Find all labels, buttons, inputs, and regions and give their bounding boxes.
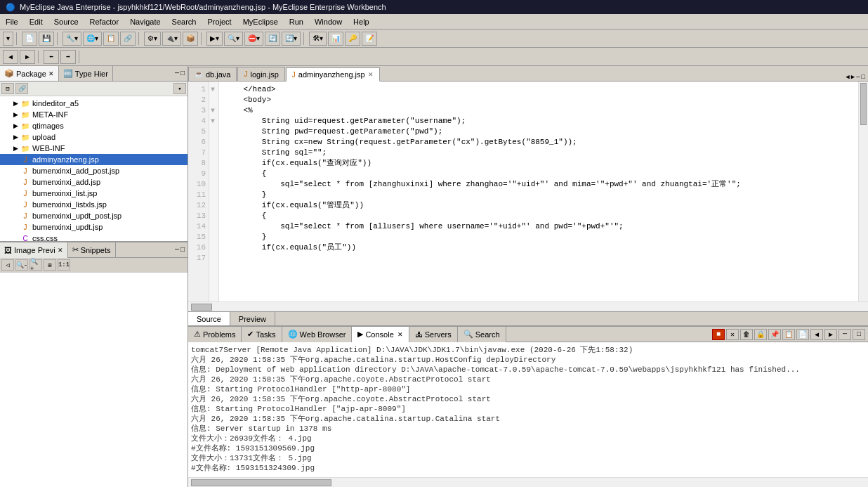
console-nav-1[interactable]: ◀: [810, 329, 823, 340]
tab-search[interactable]: 🔍 Search: [458, 327, 506, 342]
tree-item-meta-inf[interactable]: ▶ 📁 META-INF: [0, 109, 188, 120]
console-nav-2[interactable]: ▶: [824, 329, 837, 340]
tree-item-qtimages[interactable]: ▶ 📁 qtimages: [0, 120, 188, 131]
tree-item-bumenxinxi-list[interactable]: J bumenxinxi_list.jsp: [0, 188, 188, 199]
toolbar-btn-3[interactable]: 📋: [103, 32, 119, 46]
console-remove-btn[interactable]: ✕: [726, 329, 739, 340]
menu-item-edit[interactable]: Edit: [24, 16, 48, 27]
toolbar-dropdown-2[interactable]: 🔧▾: [63, 32, 81, 46]
img-zoom-out-btn[interactable]: 🔍-: [15, 259, 28, 271]
menu-item-myeclipse[interactable]: MyEclipse: [237, 16, 284, 27]
imgpanel-max[interactable]: □: [180, 246, 185, 254]
vertical-scrollbar[interactable]: [858, 82, 868, 301]
toolbar-dropdown-9[interactable]: 🔄▾: [282, 32, 301, 46]
line-numbers: 1234567891011121314151617: [188, 82, 209, 301]
tab-servers[interactable]: 🖧 Servers: [409, 327, 458, 342]
img-zoom-in-btn[interactable]: 🔍+: [29, 259, 42, 271]
tree-item-bumenxinxi-add[interactable]: J bumenxinxi_add.jsp: [0, 176, 188, 188]
menu-item-refactor[interactable]: Refactor: [84, 16, 125, 27]
imgpanel-min[interactable]: ─: [175, 246, 179, 254]
tree-item-web-inf[interactable]: ▶ 📁 WEB-INF: [0, 143, 188, 154]
source-tab[interactable]: Source: [188, 312, 230, 326]
tab-nav-left[interactable]: ◀: [846, 73, 849, 81]
img-prev-btn[interactable]: ◁: [1, 259, 14, 271]
tab-login-jsp[interactable]: J login.jsp: [237, 67, 284, 81]
tab-tasks[interactable]: ✔ Tasks: [242, 327, 282, 342]
code-editor[interactable]: 1234567891011121314151617 ▼ ▼▼ </head> <…: [188, 82, 868, 301]
menu-item-search[interactable]: Search: [166, 16, 202, 27]
menu-item-file[interactable]: File: [0, 16, 24, 27]
toolbar-dropdown-7[interactable]: 🔍▾: [224, 32, 243, 46]
tab-type-hier[interactable]: 🔤 Type Hier: [59, 66, 113, 81]
menu-item-run[interactable]: Run: [284, 16, 309, 27]
tab-problems[interactable]: ⚠ Problems: [188, 327, 242, 342]
console-max[interactable]: □: [853, 329, 865, 340]
img-fit-btn[interactable]: ⊞: [44, 259, 56, 271]
tree-item-bumenxinxi-updt-post[interactable]: J bumenxinxi_updt_post.jsp: [0, 210, 188, 221]
tree-item-kindeditor[interactable]: ▶ 📁 kindeditor_a5: [0, 98, 188, 109]
console-terminate-btn[interactable]: ■: [712, 329, 725, 340]
tree-label: bumenxinxi_updt.jsp: [32, 223, 103, 231]
tree-item-upload[interactable]: ▶ 📁 upload: [0, 131, 188, 143]
toolbar-dropdown-10[interactable]: 🛠▾: [309, 32, 327, 46]
toolbar-btn-7[interactable]: 📊: [328, 32, 343, 46]
toolbar-btn-6[interactable]: 🔄: [265, 32, 280, 46]
tab-image-previ[interactable]: 🖼 Image Previ ✕: [0, 242, 68, 258]
toolbar-dropdown-6[interactable]: ▶▾: [206, 32, 223, 46]
console-pin-btn[interactable]: 📌: [768, 329, 781, 340]
console-clear-btn[interactable]: 🗑: [740, 329, 753, 340]
tree-label: qtimages: [32, 122, 64, 130]
toolbar-btn-new[interactable]: 📄: [22, 32, 37, 46]
tree-item-bumenxinxi-listxls[interactable]: J bumenxinxi_listxls.jsp: [0, 199, 188, 210]
toolbar-btn-5[interactable]: 📦: [183, 32, 198, 46]
left-panel-max[interactable]: □: [180, 70, 185, 77]
toolbar-btn-prev[interactable]: ⬅: [44, 50, 59, 64]
console-scroll-lock-btn[interactable]: 🔒: [754, 329, 767, 340]
menu-item-help[interactable]: Help: [348, 16, 375, 27]
menu-item-navigate[interactable]: Navigate: [124, 16, 166, 27]
menu-item-project[interactable]: Project: [202, 16, 237, 27]
tree-menu-btn[interactable]: ▾: [173, 83, 186, 94]
menu-item-window[interactable]: Window: [309, 16, 348, 27]
toolbar-dropdown-4[interactable]: ⚙▾: [144, 32, 161, 46]
toolbar-btn-fwd[interactable]: ▶: [20, 50, 35, 64]
toolbar-btn-save[interactable]: 💾: [39, 32, 54, 46]
console-hscrollbar[interactable]: [188, 477, 868, 487]
tree-link-btn[interactable]: 🔗: [15, 83, 28, 94]
console-copy-btn[interactable]: 📋: [782, 329, 795, 340]
img-actual-size-btn[interactable]: 1:1: [58, 259, 70, 271]
toolbar-btn-back[interactable]: ◀: [3, 50, 18, 64]
tab-max[interactable]: □: [862, 74, 865, 81]
toolbar-btn-next[interactable]: ➡: [60, 50, 76, 64]
tab-snippets[interactable]: ✂ Snippets: [68, 242, 116, 258]
package-close[interactable]: ✕: [48, 70, 54, 77]
toolbar-btn-9[interactable]: 📝: [362, 32, 377, 46]
tree-item-bumenxinxi-add-post[interactable]: J bumenxinxi_add_post.jsp: [0, 165, 188, 176]
toolbar-btn-8[interactable]: 🔑: [345, 32, 360, 46]
tab-web-browser[interactable]: 🌐 Web Browser: [282, 327, 353, 342]
horizontal-scrollbar[interactable]: [188, 301, 868, 311]
tree-collapse-btn[interactable]: ⊟: [1, 83, 14, 94]
toolbar-dropdown-3[interactable]: 🌐▾: [83, 32, 102, 46]
tree-item-adminyanzheng[interactable]: J adminyanzheng.jsp: [0, 154, 188, 165]
code-content[interactable]: </head> <body> <% String uid=request.get…: [219, 82, 858, 301]
toolbar-btn-4[interactable]: 🔗: [120, 32, 136, 46]
tab-db-java[interactable]: ☕ db.java: [188, 67, 237, 81]
menu-item-source[interactable]: Source: [48, 16, 84, 27]
console-min[interactable]: ─: [839, 329, 851, 340]
console-paste-btn[interactable]: 📄: [796, 329, 809, 340]
tab-package[interactable]: 📦 Package ✕: [0, 66, 59, 81]
console-close-icon[interactable]: ✕: [397, 331, 403, 338]
left-panel-min[interactable]: ─: [175, 70, 179, 77]
tab-min[interactable]: ─: [856, 74, 860, 81]
preview-tab[interactable]: Preview: [230, 312, 275, 326]
tab-console[interactable]: ▶ Console ✕: [352, 327, 409, 342]
tree-item-bumenxinxi-updt[interactable]: J bumenxinxi_updt.jsp: [0, 221, 188, 233]
toolbar-dropdown-1[interactable]: ▾: [3, 32, 13, 46]
tab-close-icon[interactable]: ✕: [368, 71, 374, 78]
toolbar-dropdown-8[interactable]: ⛔▾: [244, 32, 263, 46]
tab-adminyanzheng-jsp[interactable]: J adminyanzheng.jsp ✕: [286, 67, 380, 82]
image-previ-close[interactable]: ✕: [58, 247, 63, 254]
tab-nav-right[interactable]: ▶: [851, 73, 855, 81]
toolbar-dropdown-5[interactable]: 🔌▾: [162, 32, 181, 46]
